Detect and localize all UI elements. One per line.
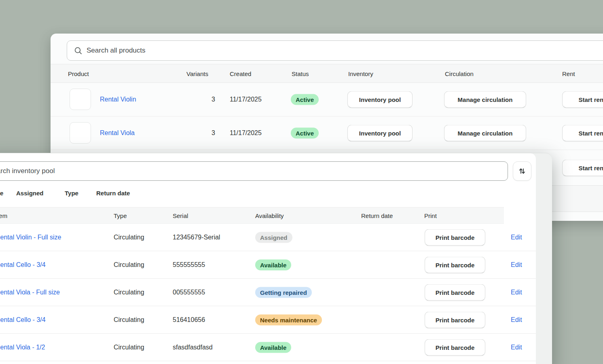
type-value: Circulating	[114, 234, 144, 241]
table-row: Rental Cello - 3/4 Circulating 516410656…	[0, 306, 536, 334]
type-value: Circulating	[114, 289, 144, 296]
filter-chip-type[interactable]: Type	[65, 190, 78, 197]
product-thumbnail	[70, 122, 91, 144]
table-row	[0, 361, 536, 364]
print-barcode-button[interactable]: Print barcode	[425, 256, 485, 273]
availability-badge: Assigned	[255, 232, 292, 243]
filter-bar: e Assigned Type Return date	[0, 190, 536, 199]
start-rental-button[interactable]: Start rental	[562, 91, 603, 108]
filter-chip[interactable]: e	[0, 190, 3, 197]
serial-value: 516410656	[173, 316, 205, 324]
availability-badge: Getting repaired	[255, 287, 312, 298]
item-link[interactable]: Rental Cello - 3/4	[0, 261, 46, 269]
serial-value: sfasdfasdfasd	[173, 344, 213, 351]
column-header-print: Print	[424, 212, 437, 219]
status-badge: Active	[291, 94, 319, 105]
created-value: 11/17/2025	[230, 129, 262, 137]
column-header-status: Status	[292, 70, 309, 77]
manage-circulation-button[interactable]: Manage circulation	[444, 125, 526, 142]
column-header-availability: Availability	[255, 212, 284, 219]
table-row: Rental Viola 3 11/17/2025 Active Invento…	[51, 116, 603, 150]
serial-value: 005555555	[173, 289, 205, 296]
column-header-variants: Variants	[186, 70, 208, 77]
created-value: 11/17/2025	[230, 96, 262, 103]
edit-link[interactable]: Edit	[511, 261, 522, 269]
availability-badge: Available	[255, 259, 291, 270]
column-header-inventory: Inventory	[348, 70, 373, 77]
edit-link[interactable]: Edit	[511, 344, 522, 351]
sort-button[interactable]	[513, 161, 531, 181]
products-search	[67, 40, 603, 61]
table-row: Rental Violin 3 11/17/2025 Active Invent…	[51, 83, 603, 116]
inventory-table-body: Rental Violin - Full size Circulating 12…	[0, 224, 536, 364]
inventory-pool-button[interactable]: Inventory pool	[347, 125, 413, 142]
edit-link[interactable]: Edit	[511, 234, 522, 241]
type-value: Circulating	[114, 344, 144, 351]
status-badge: Active	[291, 128, 319, 139]
table-row: Rental Viola - Full size Circulating 005…	[0, 279, 536, 306]
start-rental-button[interactable]: Start rental	[562, 160, 603, 176]
serial-value: 12345679-Serial	[173, 234, 220, 241]
table-row: Rental Cello - 3/4 Circulating 555555555…	[0, 251, 536, 279]
availability-badge: Needs maintenance	[255, 314, 322, 325]
search-icon	[74, 47, 82, 55]
item-link[interactable]: Rental Violin - Full size	[0, 234, 61, 241]
filter-chip-assigned[interactable]: Assigned	[16, 190, 44, 197]
column-header-circulation: Circulation	[445, 70, 474, 77]
table-row: Rental Violin - Full size Circulating 12…	[0, 224, 536, 251]
edit-link[interactable]: Edit	[511, 289, 522, 296]
edit-link[interactable]: Edit	[511, 316, 522, 324]
item-link[interactable]: Rental Viola - 1/2	[0, 344, 45, 351]
filter-chip-return-date[interactable]: Return date	[96, 190, 130, 197]
item-link[interactable]: Rental Viola - Full size	[0, 289, 60, 296]
type-value: Circulating	[114, 261, 144, 269]
product-link[interactable]: Rental Violin	[100, 96, 136, 103]
print-barcode-button[interactable]: Print barcode	[425, 284, 485, 301]
table-row: Rental Viola - 1/2 Circulating sfasdfasd…	[0, 334, 536, 361]
product-link[interactable]: Rental Viola	[100, 129, 135, 137]
sort-arrows-icon	[518, 167, 526, 175]
item-link[interactable]: Rental Cello - 3/4	[0, 316, 46, 324]
column-header-rent: Rent	[562, 70, 575, 77]
variants-value: 3	[186, 96, 215, 103]
type-value: Circulating	[114, 316, 144, 324]
variants-value: 3	[186, 129, 215, 137]
column-header-return-date: Return date	[361, 212, 393, 219]
column-header-serial: Serial	[173, 212, 188, 219]
inventory-pool-button[interactable]: Inventory pool	[347, 91, 413, 108]
products-table-header: Product Variants Created Status Inventor…	[51, 64, 603, 83]
inventory-table-header: Item Type Serial Availability Return dat…	[0, 207, 504, 224]
print-barcode-button[interactable]: Print barcode	[425, 311, 485, 328]
inventory-search-input[interactable]	[0, 161, 508, 181]
print-barcode-button[interactable]: Print barcode	[425, 339, 485, 356]
inventory-pool-dialog: e Assigned Type Return date Item Type Se…	[0, 153, 552, 364]
availability-badge: Available	[255, 342, 291, 353]
column-header-product: Product	[68, 70, 89, 77]
start-rental-button[interactable]: Start rental	[562, 125, 603, 142]
manage-circulation-button[interactable]: Manage circulation	[444, 91, 526, 108]
dialog-surface: e Assigned Type Return date Item Type Se…	[0, 153, 536, 364]
column-header-type: Type	[114, 212, 127, 219]
column-header-created: Created	[230, 70, 251, 77]
print-barcode-button[interactable]: Print barcode	[425, 229, 485, 245]
column-header-item: Item	[0, 212, 7, 219]
desktop-background: Product Variants Created Status Inventor…	[0, 0, 603, 364]
serial-value: 555555555	[173, 261, 205, 269]
products-search-input[interactable]	[82, 40, 603, 61]
product-thumbnail	[70, 89, 91, 110]
